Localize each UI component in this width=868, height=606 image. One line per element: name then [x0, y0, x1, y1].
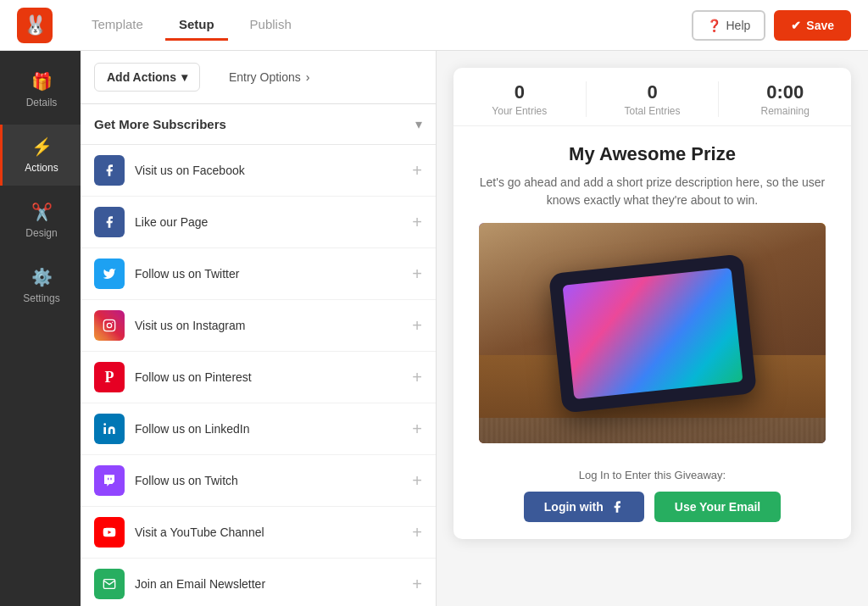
twitter-icon — [94, 259, 125, 289]
add-icon: + — [412, 213, 422, 232]
tab-setup[interactable]: Setup — [165, 10, 228, 41]
action-item-twitch[interactable]: Follow us on Twitch + — [81, 455, 436, 507]
action-item-facebook-like[interactable]: Like our Page + — [81, 197, 436, 248]
add-icon: + — [412, 420, 422, 439]
add-icon: + — [412, 316, 422, 336]
action-item-youtube[interactable]: Visit a YouTube Channel + — [81, 507, 436, 559]
main-layout: 🎁 Details ⚡ Actions ✂️ Design ⚙️ Setting… — [0, 51, 868, 606]
stat-total-entries: 0 Total Entries — [587, 81, 719, 117]
section-collapse-icon[interactable]: ▾ — [415, 116, 422, 132]
action-panel: Add Actions ▾ Entry Options › Get More S… — [81, 51, 437, 606]
sidebar-item-details[interactable]: 🎁 Details — [0, 59, 81, 120]
sidebar-item-actions[interactable]: ⚡ Actions — [0, 125, 81, 186]
action-item-instagram[interactable]: Visit us on Instagram + — [81, 300, 436, 352]
sidebar: 🎁 Details ⚡ Actions ✂️ Design ⚙️ Setting… — [0, 51, 81, 606]
login-buttons: Login with Use Your Email — [479, 492, 826, 522]
login-email-button[interactable]: Use Your Email — [654, 492, 781, 522]
prize-description: Let's go ahead and add a short prize des… — [479, 174, 826, 209]
youtube-icon — [94, 517, 125, 548]
app-logo: 🐰 — [17, 8, 53, 43]
action-item-facebook-visit[interactable]: Visit us on Facebook + — [81, 145, 436, 197]
prize-image — [479, 223, 826, 443]
preview-body: My Awesome Prize Let's go ahead and add … — [453, 126, 851, 457]
help-icon: ❓ — [707, 19, 721, 32]
sidebar-item-design[interactable]: ✂️ Design — [0, 190, 81, 251]
linkedin-icon — [94, 414, 125, 444]
instagram-icon — [94, 310, 125, 341]
action-item-linkedin[interactable]: Follow us on LinkedIn + — [81, 403, 436, 455]
facebook-like-icon — [94, 207, 125, 237]
sidebar-item-settings[interactable]: ⚙️ Settings — [0, 255, 81, 316]
preview-panel: 0 Your Entries 0 Total Entries 0:00 Rema… — [437, 51, 868, 606]
help-button[interactable]: ❓ Help — [692, 10, 766, 41]
pinterest-icon: P — [94, 362, 125, 392]
chevron-right-icon: › — [306, 70, 310, 84]
add-icon: + — [412, 523, 422, 542]
add-icon: + — [412, 161, 422, 181]
gift-icon: 🎁 — [31, 71, 53, 92]
gear-icon: ⚙️ — [31, 267, 53, 287]
svg-rect-3 — [103, 427, 106, 434]
nav-actions: ❓ Help ✔ Save — [692, 10, 852, 41]
section-title: Get More Subscribers — [94, 117, 226, 131]
login-text: Log In to Enter this Giveaway: — [479, 469, 826, 481]
svg-point-2 — [112, 322, 113, 323]
action-panel-header: Add Actions ▾ Entry Options › — [81, 51, 436, 104]
email-icon — [94, 569, 125, 599]
action-item-pinterest[interactable]: P Follow us on Pinterest + — [81, 352, 436, 403]
stat-remaining: 0:00 Remaining — [719, 81, 851, 117]
preview-card: 0 Your Entries 0 Total Entries 0:00 Rema… — [453, 68, 851, 539]
prize-title: My Awesome Prize — [479, 143, 826, 165]
entry-options-button[interactable]: Entry Options › — [217, 64, 322, 91]
preview-stats: 0 Your Entries 0 Total Entries 0:00 Rema… — [453, 68, 851, 126]
chevron-down-icon: ▾ — [181, 70, 187, 84]
preview-footer: Log In to Enter this Giveaway: Login wit… — [453, 457, 851, 539]
actions-icon: ⚡ — [31, 136, 53, 157]
add-icon: + — [412, 575, 422, 594]
svg-point-4 — [103, 423, 106, 425]
check-icon: ✔ — [791, 19, 801, 32]
add-icon: + — [412, 264, 422, 284]
nav-tabs: Template Setup Publish — [78, 10, 666, 41]
svg-point-1 — [107, 323, 111, 327]
stat-your-entries: 0 Your Entries — [453, 81, 586, 117]
facebook-icon — [94, 155, 125, 186]
login-facebook-button[interactable]: Login with — [524, 492, 644, 522]
save-button[interactable]: ✔ Save — [774, 10, 851, 41]
add-icon: + — [412, 368, 422, 387]
tab-publish[interactable]: Publish — [236, 10, 305, 41]
top-nav: 🐰 Template Setup Publish ❓ Help ✔ Save — [0, 0, 868, 51]
twitch-icon — [94, 465, 125, 496]
add-actions-button[interactable]: Add Actions ▾ — [94, 63, 200, 92]
scissors-icon: ✂️ — [31, 202, 53, 222]
action-item-email[interactable]: Join an Email Newsletter + — [81, 559, 436, 606]
svg-rect-0 — [103, 320, 114, 331]
section-header: Get More Subscribers ▾ — [81, 104, 436, 145]
tab-template[interactable]: Template — [78, 10, 157, 41]
action-item-twitter[interactable]: Follow us on Twitter + — [81, 248, 436, 300]
add-icon: + — [412, 471, 422, 491]
